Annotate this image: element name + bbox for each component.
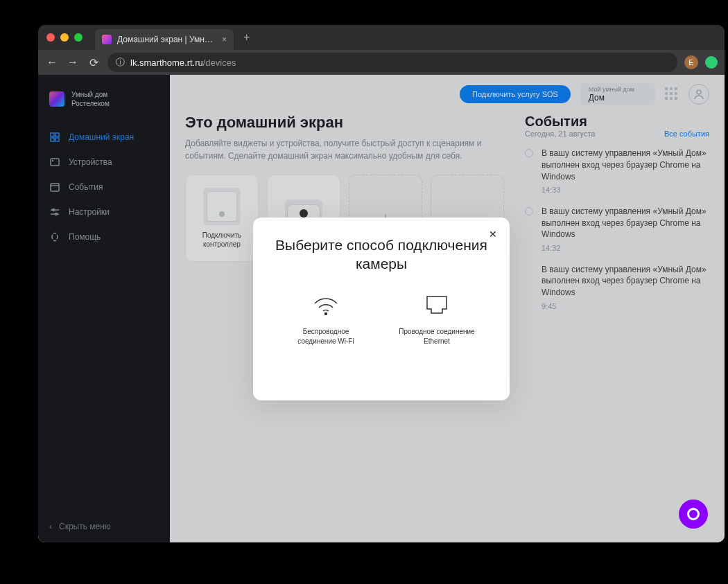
modal-options: Беспроводное соединение Wi-Fi Проводное … [270, 294, 493, 346]
option-label: Беспроводное соединение Wi-Fi [284, 327, 367, 346]
profile-button[interactable]: E [684, 55, 698, 69]
modal-backdrop[interactable]: ✕ Выберите способ подключения камеры [38, 75, 725, 542]
reload-button[interactable]: ⟳ [87, 56, 101, 69]
window-controls [46, 33, 83, 42]
extension-icon[interactable] [705, 56, 718, 69]
ethernet-icon [422, 294, 452, 317]
maximize-window-button[interactable] [74, 33, 83, 42]
modal-close-button[interactable]: ✕ [489, 229, 497, 240]
browser-titlebar: Домашний экран | Умный До... × + [38, 25, 725, 50]
app-root: Умный дом Ростелеком Домашний экран Устр… [38, 75, 725, 542]
toolbar-right: E [684, 55, 718, 69]
favicon-icon [102, 35, 112, 44]
browser-tab[interactable]: Домашний экран | Умный До... × [95, 29, 234, 50]
forward-button[interactable]: → [66, 56, 80, 69]
wifi-icon [311, 294, 341, 317]
option-ethernet[interactable]: Проводное соединение Ethernet [395, 294, 478, 346]
svg-point-13 [325, 313, 327, 315]
close-window-button[interactable] [46, 33, 55, 42]
chat-icon [687, 508, 700, 520]
chat-fab-button[interactable] [679, 499, 708, 529]
new-tab-button[interactable]: + [243, 31, 250, 44]
close-tab-button[interactable]: × [222, 35, 227, 44]
connect-camera-modal: ✕ Выберите способ подключения камеры [253, 218, 510, 400]
modal-title: Выберите способ подключения камеры [270, 236, 493, 274]
browser-window: Домашний экран | Умный До... × + ← → ⟳ ⓘ… [38, 25, 725, 542]
option-wifi[interactable]: Беспроводное соединение Wi-Fi [284, 294, 367, 346]
url-host: lk.smarthome.rt.ru [130, 57, 203, 68]
site-info-icon[interactable]: ⓘ [116, 56, 125, 69]
option-label: Проводное соединение Ethernet [395, 327, 478, 346]
address-bar: ← → ⟳ ⓘ lk.smarthome.rt.ru/devices E [38, 50, 725, 75]
url-input[interactable]: ⓘ lk.smarthome.rt.ru/devices [107, 53, 677, 72]
minimize-window-button[interactable] [60, 33, 69, 42]
back-button[interactable]: ← [45, 56, 59, 69]
tab-title: Домашний экран | Умный До... [117, 35, 216, 44]
url-path: /devices [203, 57, 236, 68]
